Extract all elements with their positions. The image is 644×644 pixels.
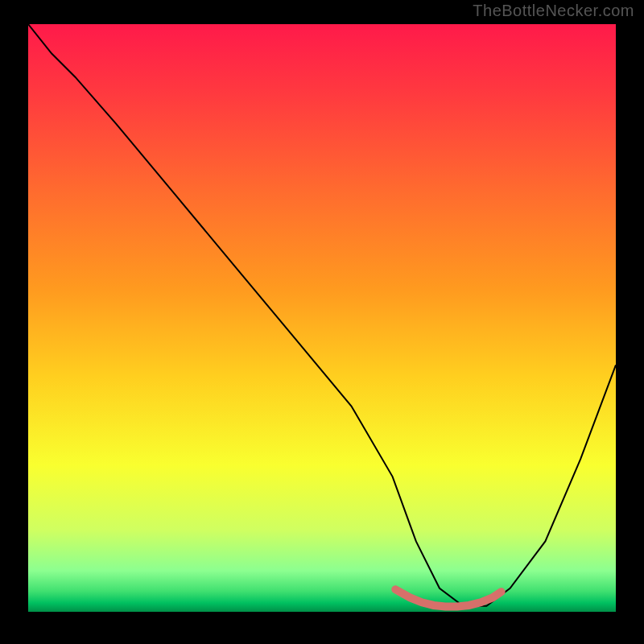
watermark-text: TheBottleNecker.com — [473, 2, 634, 20]
chart-plot-area — [28, 24, 616, 612]
chart-svg — [28, 24, 616, 612]
gradient-background — [28, 24, 616, 612]
